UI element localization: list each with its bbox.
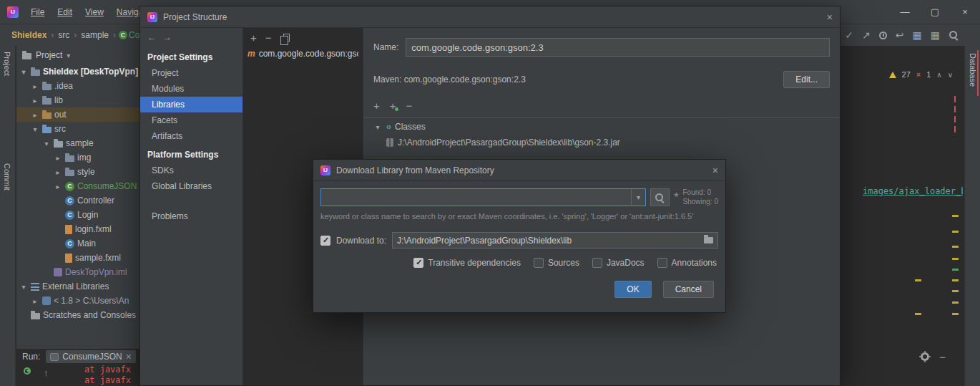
commit-stripe-button[interactable]: Commit [3, 163, 11, 190]
warning-stripe-mark[interactable] [952, 258, 959, 260]
chevron-down-icon[interactable] [67, 50, 70, 60]
search-icon[interactable] [949, 30, 959, 40]
editor-link-text[interactable]: images/ajax_loader_bl [863, 186, 963, 196]
ok-button[interactable]: OK [614, 281, 651, 298]
warning-stripe-mark[interactable] [952, 215, 959, 217]
tree-item-login-fxml[interactable]: login.fxml [16, 222, 141, 236]
remove-icon[interactable] [406, 100, 413, 112]
tree-item-external-libraries[interactable]: External Libraries [16, 279, 141, 294]
option-annotations[interactable]: Annotations [657, 258, 717, 268]
tree-item-style[interactable]: style [16, 165, 141, 179]
tree-item-sample[interactable]: sample [16, 136, 141, 150]
option-sources[interactable]: Sources [534, 258, 579, 268]
search-button[interactable] [650, 188, 670, 206]
javadocs-checkbox[interactable] [592, 258, 602, 268]
sources-checkbox[interactable] [534, 258, 544, 268]
rollback-icon[interactable] [896, 29, 904, 41]
edit-button[interactable]: Edit... [783, 71, 830, 88]
dialog-titlebar[interactable]: IJ Download Library from Maven Repositor… [313, 160, 725, 181]
rerun-icon[interactable] [24, 367, 31, 375]
nav-item-artifacts[interactable]: Artifacts [140, 128, 242, 144]
tree-item-lib[interactable]: lib [16, 93, 141, 107]
close-tab-icon[interactable] [126, 351, 132, 362]
library-list-item[interactable]: m com.google.code.gson:gson:2.3 [243, 47, 363, 61]
tree-item-sample-fxml[interactable]: sample.fxml [16, 251, 141, 265]
close-icon[interactable] [827, 11, 833, 23]
tree-item-img[interactable]: img [16, 150, 141, 165]
warning-stripe-mark[interactable] [952, 231, 959, 233]
chevron-down-icon[interactable] [631, 189, 645, 206]
annotations-checkbox[interactable] [657, 258, 667, 268]
forward-icon[interactable] [163, 32, 172, 42]
tree-item-desktopvpn-iml[interactable]: DeskTopVpn.iml [16, 265, 141, 279]
nav-item-libraries[interactable]: Libraries [140, 97, 242, 112]
download-to-checkbox[interactable] [320, 236, 330, 246]
menu-edit[interactable]: Edit [51, 0, 79, 24]
chevron-down-icon[interactable] [42, 140, 51, 148]
maven-search-input[interactable] [321, 193, 631, 203]
chevron-right-icon[interactable] [31, 297, 39, 305]
breadcrumb-project[interactable]: Shieldex [11, 30, 46, 40]
menu-file[interactable]: File [24, 0, 51, 24]
next-issue-icon[interactable] [948, 71, 953, 79]
maximize-button[interactable]: ▢ [920, 0, 950, 24]
database-stripe-button[interactable]: Database [969, 53, 977, 87]
close-icon[interactable] [712, 165, 718, 176]
warning-stripe-mark[interactable] [952, 301, 959, 304]
add-icon[interactable] [373, 100, 380, 112]
tree-item-idea[interactable]: .idea [16, 79, 141, 93]
warning-stripe-mark[interactable] [952, 313, 959, 315]
chevron-down-icon[interactable] [19, 283, 28, 291]
error-stripe-mark[interactable] [954, 106, 956, 112]
classes-node[interactable]: Classes [373, 120, 830, 134]
nav-item-modules[interactable]: Modules [140, 81, 242, 97]
back-icon[interactable] [147, 32, 156, 42]
tree-item-login[interactable]: Login [16, 208, 141, 222]
nav-item-problems[interactable]: Problems [140, 208, 242, 224]
hide-panel-icon[interactable] [939, 351, 946, 363]
option-transitive-dependencies[interactable]: Transitive dependencies [413, 258, 521, 268]
run-arrow-icon[interactable] [862, 29, 871, 41]
breadcrumb-sample[interactable]: sample [81, 30, 109, 40]
maven-search-combobox[interactable] [320, 188, 646, 206]
warning-stripe-mark[interactable] [952, 290, 959, 292]
transitive-dependencies-checkbox[interactable] [413, 258, 423, 268]
project-panel-header[interactable]: Project [16, 46, 141, 64]
add-from-maven-icon[interactable] [390, 100, 396, 112]
copy-icon[interactable] [283, 34, 290, 42]
chevron-right-icon[interactable] [54, 168, 62, 176]
project-stripe-button[interactable]: Project [3, 52, 11, 76]
breadcrumb-class[interactable]: Co [129, 30, 139, 40]
minimize-button[interactable]: — [890, 0, 920, 24]
error-stripe-mark[interactable] [954, 126, 956, 132]
tree-item-shieldex[interactable]: Shieldex [DeskTopVpn] [16, 64, 141, 79]
history-clock-icon[interactable] [879, 32, 887, 39]
jar-node[interactable]: J:\AndroidProject\PasargadGroup\Shieldex… [373, 135, 830, 150]
browse-folder-icon[interactable] [704, 237, 713, 243]
tree-item-src[interactable]: src [16, 122, 141, 136]
nav-item-sdks[interactable]: SDKs [140, 163, 242, 178]
gear-icon[interactable] [921, 352, 929, 361]
tree-item-consumejson[interactable]: ConsumeJSON [16, 179, 141, 193]
error-stripe-mark[interactable] [954, 96, 956, 102]
option-javadocs[interactable]: JavaDocs [592, 258, 645, 268]
warning-stripe-mark[interactable] [952, 279, 959, 281]
nav-item-project[interactable]: Project [140, 65, 242, 81]
library-name-input[interactable] [406, 38, 830, 57]
chevron-right-icon[interactable] [31, 97, 39, 105]
check-icon[interactable] [845, 29, 853, 41]
scroll-up-icon[interactable] [44, 367, 49, 378]
error-stripe-mark[interactable] [954, 116, 956, 122]
chevron-down-icon[interactable] [19, 68, 28, 76]
chevron-right-icon[interactable] [54, 183, 62, 190]
tree-item-jdk[interactable]: < 1.8 > C:\Users\An [16, 294, 141, 308]
ok-stripe-mark[interactable] [952, 269, 959, 271]
cancel-button[interactable]: Cancel [663, 281, 714, 298]
inspection-widget[interactable]: 27 × 1 [889, 70, 953, 79]
layout-icon[interactable] [931, 29, 940, 41]
previous-issue-icon[interactable] [936, 71, 941, 79]
chevron-down-icon[interactable] [31, 125, 39, 133]
dialog-titlebar[interactable]: IJ Project Structure [140, 6, 840, 28]
tree-item-controller[interactable]: Controller [16, 193, 141, 208]
tree-item-scratches[interactable]: Scratches and Consoles [16, 308, 141, 322]
